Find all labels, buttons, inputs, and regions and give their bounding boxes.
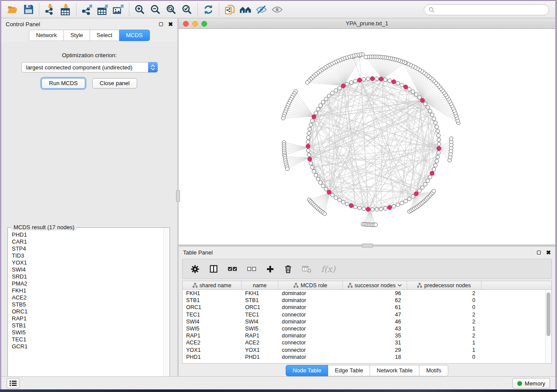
table-cell[interactable]: TEC1	[183, 312, 242, 318]
close-table-panel-icon[interactable]: ✖	[546, 250, 551, 255]
table-row[interactable]: SWI4SWI4dominator462	[183, 318, 545, 325]
table-row[interactable]: YOX1YOX1connector291	[183, 347, 545, 354]
horizontal-splitter-handle[interactable]	[362, 244, 373, 248]
duplicate-network-button[interactable]	[222, 2, 238, 17]
network-graph[interactable]	[179, 29, 555, 244]
table-cell[interactable]: 0	[407, 304, 481, 310]
table-cell[interactable]: 96	[343, 290, 407, 296]
zoom-selected-button[interactable]	[179, 2, 195, 17]
table-row[interactable]: SWI5SWI5connector431	[183, 325, 545, 332]
mcds-result-item[interactable]: SWI4	[12, 266, 163, 273]
table-cell[interactable]: 46	[343, 319, 407, 325]
window-minimize-icon[interactable]	[192, 21, 198, 27]
table-cell[interactable]: ACE2	[183, 340, 242, 346]
tab-edge-table[interactable]: Edge Table	[328, 365, 370, 376]
mcds-result-item[interactable]: STB1	[12, 322, 163, 329]
mcds-result-scrollbar[interactable]	[163, 228, 169, 389]
tab-mcds[interactable]: MCDS	[119, 30, 149, 41]
table-cell[interactable]: connector	[278, 312, 343, 318]
close-panel-button[interactable]: Close panel	[92, 78, 137, 89]
table-cell[interactable]: dominator	[278, 290, 343, 296]
table-cell[interactable]: 18	[343, 354, 407, 360]
column-header-name[interactable]: name	[242, 281, 278, 289]
vertical-splitter-handle[interactable]	[176, 190, 180, 202]
table-cell[interactable]: 2	[407, 333, 481, 339]
export-network-button[interactable]	[79, 2, 95, 17]
select-all-button[interactable]	[228, 265, 237, 273]
table-cell[interactable]: 2	[407, 290, 481, 296]
table-cell[interactable]: dominator	[278, 297, 343, 303]
mcds-result-item[interactable]: STB5	[12, 301, 163, 308]
first-neighbors-button[interactable]	[238, 2, 253, 17]
column-header-successor-nodes[interactable]: successor nodes	[343, 281, 407, 289]
table-cell[interactable]: dominator	[278, 319, 343, 325]
memory-button[interactable]: Memory	[512, 378, 550, 389]
table-cell[interactable]: connector	[278, 340, 343, 346]
add-row-button[interactable]	[266, 265, 274, 273]
import-table-button[interactable]	[58, 2, 73, 17]
table-cell[interactable]: connector	[278, 347, 343, 353]
tab-network[interactable]: Network	[29, 30, 64, 41]
window-close-icon[interactable]	[183, 21, 189, 27]
criterion-dropdown[interactable]: largest connected component (undirected)	[21, 62, 158, 72]
table-cell[interactable]: RAP1	[183, 333, 242, 339]
table-cell[interactable]: SWI5	[242, 326, 278, 332]
close-panel-icon[interactable]: ✖	[168, 21, 173, 27]
mcds-result-item[interactable]: PHD1	[12, 231, 163, 238]
mcds-result-item[interactable]: YOX1	[12, 259, 163, 266]
table-cell[interactable]: 2	[407, 319, 481, 325]
mcds-result-item[interactable]: RAP1	[12, 315, 163, 322]
import-network-button[interactable]	[42, 2, 58, 17]
open-file-button[interactable]	[5, 2, 21, 17]
table-cell[interactable]: RAP1	[242, 333, 278, 339]
refresh-layout-button[interactable]	[201, 2, 216, 17]
search-box[interactable]	[424, 4, 549, 15]
show-columns-button[interactable]	[209, 265, 218, 273]
tab-select[interactable]: Select	[90, 30, 119, 41]
table-cell[interactable]: 29	[343, 347, 407, 353]
table-cell[interactable]: TEC1	[242, 312, 278, 318]
window-maximize-icon[interactable]	[201, 21, 207, 27]
table-cell[interactable]: dominator	[278, 304, 343, 310]
column-header-predecessor-nodes[interactable]: predecessor nodes	[407, 281, 481, 289]
table-cell[interactable]: STB1	[242, 297, 278, 303]
hide-selected-button[interactable]	[253, 2, 269, 17]
float-panel-icon[interactable]	[159, 22, 163, 26]
float-table-panel-icon[interactable]	[537, 251, 541, 254]
run-mcds-button[interactable]: Run MCDS	[42, 78, 85, 89]
table-cell[interactable]: 1	[407, 340, 481, 346]
mcds-result-item[interactable]: CAR1	[12, 238, 163, 245]
table-cell[interactable]: 43	[343, 326, 407, 332]
deselect-all-button[interactable]	[247, 265, 256, 273]
table-row[interactable]: PHD1PHD1dominator180	[183, 354, 545, 361]
tab-node-table[interactable]: Node Table	[286, 365, 329, 376]
mcds-result-item[interactable]: SWI5	[12, 329, 163, 336]
tab-network-table[interactable]: Network Table	[370, 365, 419, 376]
network-window-titlebar[interactable]: YPA_prune.txt_1	[179, 18, 555, 29]
zoom-out-button[interactable]	[148, 2, 163, 17]
mcds-result-item[interactable]: TID3	[12, 252, 163, 259]
save-session-button[interactable]	[21, 2, 36, 17]
table-row[interactable]: ORC1ORC1dominator610	[183, 304, 545, 311]
search-input[interactable]	[437, 7, 544, 13]
column-header-MCDS-role[interactable]: MCDS role	[278, 281, 343, 289]
show-all-button[interactable]	[269, 2, 285, 17]
table-scrollbar-thumb[interactable]	[547, 292, 550, 336]
table-cell[interactable]: 0	[407, 354, 481, 360]
table-cell[interactable]: PHD1	[183, 354, 242, 360]
table-cell[interactable]: 2	[407, 312, 481, 318]
table-cell[interactable]: YOX1	[183, 347, 242, 353]
mcds-result-item[interactable]: FKH1	[12, 287, 163, 294]
table-cell[interactable]: 31	[343, 340, 407, 346]
table-cell[interactable]: YOX1	[242, 347, 278, 353]
table-cell[interactable]: 61	[343, 304, 407, 310]
table-cell[interactable]: 1	[407, 347, 481, 353]
table-settings-button[interactable]	[190, 265, 200, 274]
table-cell[interactable]: 47	[343, 312, 407, 318]
table-cell[interactable]: PHD1	[242, 354, 278, 360]
table-cell[interactable]: 35	[343, 333, 407, 339]
column-header-shared-name[interactable]: shared name	[183, 281, 242, 289]
table-cell[interactable]: FKH1	[183, 290, 242, 296]
mcds-result-item[interactable]: TEC1	[12, 336, 163, 343]
table-row[interactable]: RAP1RAP1dominator352	[183, 332, 545, 339]
